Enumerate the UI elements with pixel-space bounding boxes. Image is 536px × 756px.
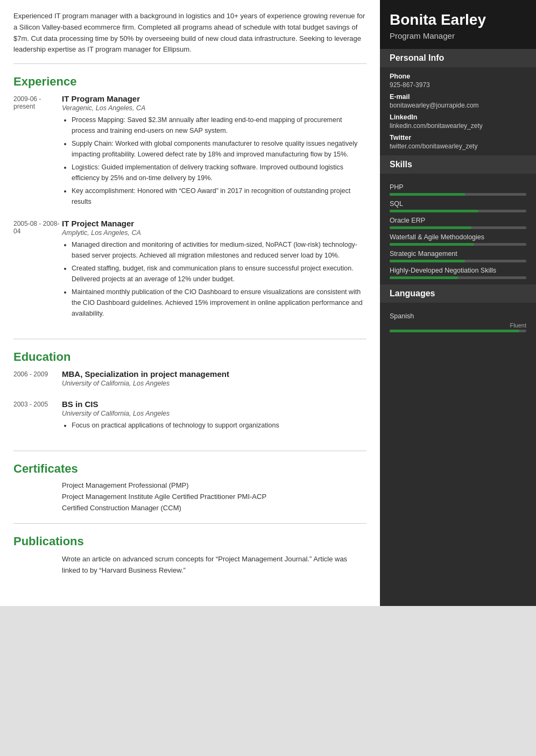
experience-entry: 2009-06 - presentIT Program ManagerVerag… <box>13 94 366 209</box>
skill-name: Highly-Developed Negotiation Skills <box>390 267 526 274</box>
certificate-item: Certified Construction Manager (CCM) <box>62 504 366 512</box>
summary-text: Experienced IT program manager with a ba… <box>13 11 366 64</box>
entry-subtitle: Amplytic, Los Angeles, CA <box>62 229 366 237</box>
candidate-title: Program Manager <box>390 31 526 40</box>
skills-title: Skills <box>380 155 536 174</box>
skill-name: SQL <box>390 200 526 208</box>
bullet-item: Managed direction and monitoring of acti… <box>72 239 366 261</box>
skill-name: PHP <box>390 183 526 191</box>
entry-bullets: Process Mapping: Saved $2.3M annually af… <box>62 115 366 207</box>
bullet-item: Focus on practical applications of techn… <box>72 420 366 431</box>
skill-bar-bg <box>390 260 526 262</box>
skills-content: PHPSQLOracle ERPWaterfall & Agile Method… <box>380 174 536 284</box>
entry-title: MBA, Specialization in project managemen… <box>62 369 366 379</box>
languages-content: SpanishFluent <box>380 303 536 338</box>
experience-entries: 2009-06 - presentIT Program ManagerVerag… <box>13 94 366 321</box>
certificates-title: Certificates <box>13 462 366 476</box>
skill-name: Oracle ERP <box>390 217 526 224</box>
experience-entry: 2005-08 - 2008-04IT Project ManagerAmply… <box>13 219 366 321</box>
entry-date: 2005-08 - 2008-04 <box>13 219 62 321</box>
skill-bar-fill <box>390 276 458 279</box>
skill-bar-bg <box>390 276 526 279</box>
skill-bar-bg <box>390 243 526 246</box>
skill-bar-fill <box>390 226 471 229</box>
language-bar-fill <box>390 330 519 332</box>
skill-name: Waterfall & Agile Methodologies <box>390 233 526 241</box>
entry-date: 2009-06 - present <box>13 94 62 209</box>
entry-content: IT Project ManagerAmplytic, Los Angeles,… <box>62 219 366 321</box>
certificate-item: Project Management Institute Agile Certi… <box>62 493 366 501</box>
resume-container: Experienced IT program manager with a ba… <box>0 0 536 606</box>
right-header: Bonita Earley Program Manager <box>380 0 536 49</box>
education-entry: 2006 - 2009MBA, Specialization in projec… <box>13 369 366 390</box>
twitter-label: Twitter <box>390 134 526 141</box>
education-entry: 2003 - 2005BS in CISUniversity of Califo… <box>13 400 366 433</box>
language-bar-bg <box>390 330 526 332</box>
entry-date: 2003 - 2005 <box>13 400 62 433</box>
entry-subtitle: Veragenic, Los Angeles, CA <box>62 104 366 112</box>
entry-date: 2006 - 2009 <box>13 369 62 390</box>
email-value: bonitawearley@jourrapide.com <box>390 102 526 109</box>
linkedin-label: LinkedIn <box>390 113 526 121</box>
entry-title: BS in CIS <box>62 400 366 409</box>
entry-content: BS in CISUniversity of California, Los A… <box>62 400 366 433</box>
skill-bar-fill <box>390 260 465 262</box>
linkedin-value: linkedin.com/bonitawearley_zety <box>390 122 526 130</box>
skill-bar-bg <box>390 210 526 212</box>
candidate-name: Bonita Earley <box>390 11 526 29</box>
skill-name: Strategic Management <box>390 250 526 258</box>
entry-bullets: Managed direction and monitoring of acti… <box>62 239 366 319</box>
entry-bullets: Focus on practical applications of techn… <box>62 420 366 431</box>
certificates-section: Certificates Project Management Professi… <box>13 462 366 524</box>
entry-subtitle: University of California, Los Angeles <box>62 380 366 387</box>
skill-bar-fill <box>390 193 465 196</box>
entry-subtitle: University of California, Los Angeles <box>62 410 366 417</box>
twitter-value: twitter.com/bonitawearley_zety <box>390 142 526 150</box>
publications-text: Wrote an article on advanced scrum conce… <box>13 554 366 576</box>
publications-section: Publications Wrote an article on advance… <box>13 534 366 584</box>
experience-title: Experience <box>13 75 366 89</box>
certificates-items: Project Management Professional (PMP)Pro… <box>13 481 366 512</box>
bullet-item: Logistics: Guided implementation of deli… <box>72 162 366 183</box>
experience-section: Experience 2009-06 - presentIT Program M… <box>13 75 366 339</box>
bullet-item: Maintained monthly publication of the CI… <box>72 287 366 319</box>
skill-bar-fill <box>390 243 474 246</box>
entry-content: MBA, Specialization in project managemen… <box>62 369 366 390</box>
certificates-list: Project Management Professional (PMP)Pro… <box>13 481 366 512</box>
left-column: Experienced IT program manager with a ba… <box>0 0 380 606</box>
phone-label: Phone <box>390 73 526 80</box>
right-column: Bonita Earley Program Manager Personal I… <box>380 0 536 606</box>
language-level: Fluent <box>390 322 526 329</box>
phone-value: 925-867-3973 <box>390 81 526 89</box>
personal-info-title: Personal Info <box>380 49 536 67</box>
languages-title: Languages <box>380 284 536 303</box>
entry-title: IT Project Manager <box>62 219 366 228</box>
education-section: Education 2006 - 2009MBA, Specialization… <box>13 350 366 451</box>
email-label: E-mail <box>390 93 526 101</box>
skill-bar-bg <box>390 226 526 229</box>
skill-bar-fill <box>390 210 478 212</box>
education-title: Education <box>13 350 366 364</box>
bullet-item: Created staffing, budget, risk and commu… <box>72 263 366 284</box>
entry-content: IT Program ManagerVeragenic, Los Angeles… <box>62 94 366 209</box>
bullet-item: Key accomplishment: Honored with “CEO Aw… <box>72 186 366 207</box>
certificate-item: Project Management Professional (PMP) <box>62 481 366 489</box>
education-entries: 2006 - 2009MBA, Specialization in projec… <box>13 369 366 433</box>
skill-bar-bg <box>390 193 526 196</box>
bullet-item: Supply Chain: Worked with global compone… <box>72 138 366 160</box>
personal-info-content: Phone 925-867-3973 E-mail bonitawearley@… <box>380 67 536 155</box>
bullet-item: Process Mapping: Saved $2.3M annually af… <box>72 115 366 136</box>
publications-title: Publications <box>13 534 366 548</box>
language-name: Spanish <box>390 312 526 320</box>
entry-title: IT Program Manager <box>62 94 366 103</box>
